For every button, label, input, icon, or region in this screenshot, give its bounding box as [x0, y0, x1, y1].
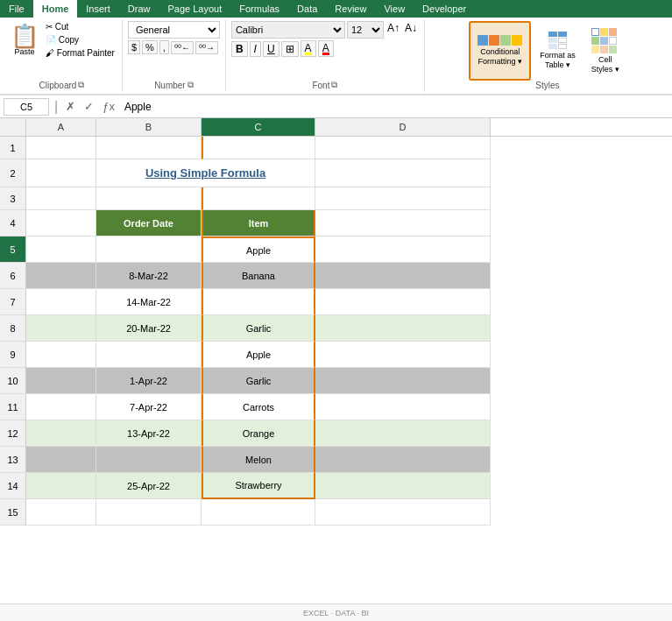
bold-button[interactable]: B: [231, 41, 248, 57]
row-header-15[interactable]: 15: [0, 499, 26, 526]
cell-c4[interactable]: Item: [202, 210, 315, 236]
tab-developer[interactable]: Developer: [414, 0, 475, 18]
clipboard-expand-icon[interactable]: ⧉: [78, 80, 84, 90]
cell-b11[interactable]: 7-Apr-22: [96, 394, 202, 420]
cell-a5[interactable]: [26, 236, 96, 263]
cell-b10[interactable]: 1-Apr-22: [96, 368, 202, 394]
cell-c11[interactable]: Carrots: [202, 394, 315, 420]
row-header-3[interactable]: 3: [0, 187, 26, 210]
cell-c3[interactable]: [202, 187, 315, 210]
cell-a4[interactable]: [26, 210, 96, 236]
cell-d4[interactable]: [315, 210, 491, 236]
cell-d14[interactable]: [315, 473, 491, 499]
cell-a9[interactable]: [26, 342, 96, 368]
italic-button[interactable]: I: [250, 41, 261, 57]
format-as-table-button[interactable]: Format asTable ▾: [534, 21, 581, 81]
cell-reference-box[interactable]: [4, 98, 49, 116]
cell-b4[interactable]: Order Date: [96, 210, 202, 236]
currency-button[interactable]: $: [128, 40, 140, 54]
cell-d8[interactable]: [315, 315, 491, 342]
decrease-decimal-button[interactable]: ⁰⁰←: [171, 41, 194, 54]
conditional-formatting-button[interactable]: ConditionalFormatting ▾: [469, 21, 531, 81]
percent-button[interactable]: %: [142, 40, 158, 54]
col-header-b[interactable]: B: [96, 118, 202, 136]
border-button[interactable]: ⊞: [281, 41, 299, 57]
copy-button[interactable]: 📄 Copy: [44, 34, 117, 46]
tab-view[interactable]: View: [375, 0, 414, 18]
number-format-select[interactable]: General: [128, 21, 220, 39]
cell-b8[interactable]: 20-Mar-22: [96, 315, 202, 342]
underline-button[interactable]: U: [263, 41, 279, 57]
cell-a6[interactable]: [26, 263, 96, 289]
tab-data[interactable]: Data: [288, 0, 326, 18]
row-header-4[interactable]: 4: [0, 210, 26, 236]
font-family-select[interactable]: Calibri: [231, 21, 345, 39]
cell-d12[interactable]: [315, 420, 491, 447]
tab-review[interactable]: Review: [326, 0, 375, 18]
cell-a3[interactable]: [26, 187, 96, 210]
paste-button[interactable]: 📋 Paste: [7, 23, 42, 58]
cell-c15[interactable]: [202, 499, 315, 526]
cell-b5[interactable]: [96, 236, 202, 263]
cancel-icon[interactable]: ✗: [63, 99, 78, 114]
cell-c8[interactable]: Garlic: [202, 315, 315, 342]
cell-c10[interactable]: Garlic: [202, 368, 315, 394]
cell-b6[interactable]: 8-Mar-22: [96, 263, 202, 289]
cell-d6[interactable]: [315, 263, 491, 289]
cell-c5[interactable]: Apple: [202, 236, 315, 263]
row-header-13[interactable]: 13: [0, 447, 26, 473]
format-painter-button[interactable]: 🖌 Format Painter: [44, 47, 117, 59]
cut-button[interactable]: ✂ Cut: [44, 21, 117, 32]
cell-b3[interactable]: [96, 187, 202, 210]
cell-b9[interactable]: [96, 342, 202, 368]
cell-c6[interactable]: Banana: [202, 263, 315, 289]
cell-d9[interactable]: [315, 342, 491, 368]
cell-a12[interactable]: [26, 420, 96, 447]
row-header-2[interactable]: 2: [0, 159, 26, 187]
cell-a1[interactable]: [26, 137, 96, 159]
cell-c14[interactable]: Strawberry: [202, 473, 315, 499]
cell-d13[interactable]: [315, 447, 491, 473]
row-header-10[interactable]: 10: [0, 368, 26, 394]
cell-a2[interactable]: [26, 159, 96, 187]
cell-a15[interactable]: [26, 499, 96, 526]
col-header-a[interactable]: A: [26, 118, 96, 136]
cell-d1[interactable]: [315, 137, 491, 159]
confirm-icon[interactable]: ✓: [81, 99, 96, 114]
font-color-button[interactable]: A: [318, 40, 334, 57]
cell-b14[interactable]: 25-Apr-22: [96, 473, 202, 499]
cell-c9[interactable]: Apple: [202, 342, 315, 368]
row-header-5[interactable]: 5: [0, 236, 26, 263]
comma-button[interactable]: ,: [159, 40, 169, 54]
tab-formulas[interactable]: Formulas: [230, 0, 288, 18]
fill-color-button[interactable]: A: [301, 40, 316, 57]
cell-d15[interactable]: [315, 499, 491, 526]
cell-b7[interactable]: 14-Mar-22: [96, 289, 202, 315]
cell-a14[interactable]: [26, 473, 96, 499]
cell-a8[interactable]: [26, 315, 96, 342]
row-header-9[interactable]: 9: [0, 342, 26, 368]
cell-a10[interactable]: [26, 368, 96, 394]
cell-d3[interactable]: [315, 187, 491, 210]
cell-b2[interactable]: Using Simple Formula: [96, 159, 315, 187]
tab-file[interactable]: File: [0, 0, 33, 18]
row-header-11[interactable]: 11: [0, 394, 26, 420]
cell-d5[interactable]: [315, 236, 491, 263]
cell-styles-button[interactable]: CellStyles ▾: [584, 21, 626, 81]
row-header-14[interactable]: 14: [0, 473, 26, 499]
tab-home[interactable]: Home: [33, 0, 78, 18]
font-size-select[interactable]: 12: [347, 21, 384, 39]
tab-draw[interactable]: Draw: [119, 0, 159, 18]
cell-b15[interactable]: [96, 499, 202, 526]
cell-d2[interactable]: [315, 159, 491, 187]
number-expand-icon[interactable]: ⧉: [187, 80, 194, 90]
cell-a13[interactable]: [26, 447, 96, 473]
row-header-8[interactable]: 8: [0, 315, 26, 342]
increase-font-icon[interactable]: A↑: [386, 21, 401, 39]
row-header-12[interactable]: 12: [0, 420, 26, 447]
cell-b12[interactable]: 13-Apr-22: [96, 420, 202, 447]
cell-d7[interactable]: [315, 289, 491, 315]
col-header-d[interactable]: D: [315, 118, 491, 136]
tab-page-layout[interactable]: Page Layout: [159, 0, 230, 18]
row-header-7[interactable]: 7: [0, 289, 26, 315]
